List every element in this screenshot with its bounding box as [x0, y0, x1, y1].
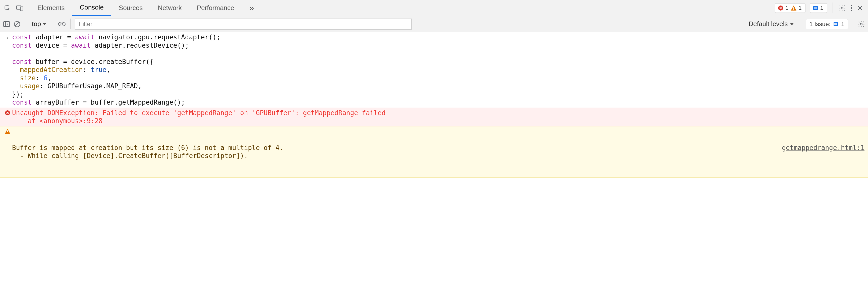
console-settings-icon[interactable] — [858, 20, 865, 28]
svg-rect-13 — [3, 22, 9, 27]
log-levels-selector[interactable]: Default levels — [746, 20, 797, 28]
tab-network[interactable]: Network — [150, 0, 189, 16]
svg-rect-5 — [794, 9, 794, 10]
svg-point-12 — [851, 10, 852, 11]
svg-rect-8 — [814, 8, 817, 8]
svg-point-11 — [851, 7, 852, 9]
error-count: 1 — [784, 5, 789, 11]
issues-counter[interactable]: 1 Issue: 1 — [806, 19, 848, 29]
device-toggle-icon[interactable] — [16, 5, 24, 11]
toggle-sidebar-icon[interactable] — [3, 21, 10, 27]
warning-badge-icon — [790, 5, 797, 11]
issues-count: 1 — [841, 21, 844, 28]
kebab-menu-icon[interactable] — [850, 4, 852, 11]
input-chevron-icon — [5, 34, 9, 41]
svg-rect-4 — [794, 7, 794, 9]
svg-rect-7 — [814, 7, 817, 7]
svg-point-9 — [841, 7, 843, 9]
chevron-down-icon — [42, 23, 46, 25]
issues-badge[interactable]: 1 — [810, 3, 827, 13]
svg-rect-21 — [834, 24, 837, 25]
svg-rect-25 — [7, 133, 8, 133]
svg-point-22 — [860, 23, 862, 25]
close-icon[interactable] — [857, 5, 863, 11]
warning-count: 1 — [798, 5, 803, 11]
svg-point-17 — [58, 22, 65, 26]
console-message-counts[interactable]: 1 1 — [775, 3, 805, 13]
svg-rect-2 — [20, 7, 23, 11]
error-message: Uncaught DOMException: Failed to execute… — [12, 109, 868, 125]
warning-message: Buffer is mapped at creation but its siz… — [12, 144, 782, 160]
error-icon — [5, 110, 10, 115]
console-input-entry: const adapter = await navigator.gpu.requ… — [0, 32, 868, 108]
tab-console[interactable]: Console — [72, 0, 111, 16]
console-warning-entry: Buffer is mapped at creation but its siz… — [0, 126, 868, 177]
inspect-icon[interactable] — [4, 4, 11, 11]
context-label: top — [32, 20, 41, 28]
source-link[interactable]: getmappedrange.html:1 — [782, 144, 865, 160]
tab-elements[interactable]: Elements — [30, 0, 72, 16]
info-badge-icon — [813, 5, 818, 11]
svg-rect-24 — [7, 130, 8, 132]
issues-label: 1 Issue: — [809, 21, 831, 28]
levels-label: Default levels — [749, 20, 788, 28]
tab-sources[interactable]: Sources — [111, 0, 150, 16]
more-tabs-icon[interactable]: » — [242, 0, 261, 16]
info-badge-icon — [833, 21, 839, 27]
warning-icon — [4, 129, 10, 134]
filter-input[interactable] — [75, 19, 412, 30]
svg-point-10 — [851, 5, 852, 6]
error-badge-icon — [778, 5, 783, 11]
svg-point-18 — [61, 23, 63, 25]
tab-performance[interactable]: Performance — [189, 0, 242, 16]
info-count: 1 — [819, 5, 824, 11]
svg-rect-20 — [834, 23, 837, 24]
svg-line-16 — [15, 22, 19, 26]
console-input-code: const adapter = await navigator.gpu.requ… — [12, 33, 868, 107]
execution-context-selector[interactable]: top — [30, 20, 49, 28]
live-expression-icon[interactable] — [58, 21, 66, 27]
clear-console-icon[interactable] — [13, 21, 21, 28]
console-error-entry: Uncaught DOMException: Failed to execute… — [0, 108, 868, 126]
settings-icon[interactable] — [838, 4, 846, 12]
chevron-down-icon — [790, 23, 794, 25]
